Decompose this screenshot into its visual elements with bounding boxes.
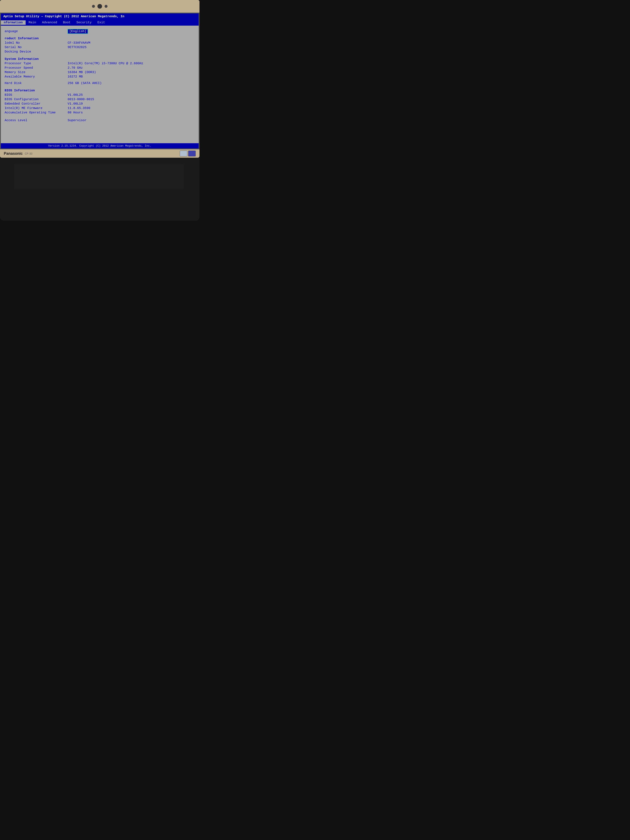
access-level-row: Access Level Supervisor: [5, 118, 195, 123]
processor-speed-value: 2.70 GHz: [68, 66, 83, 70]
processor-type-row: Processor Type Intel(R) Core(TM) i5-7300…: [5, 61, 195, 66]
model-no-value: CF-33AFVAAVM: [68, 41, 90, 45]
language-value[interactable]: [English]: [68, 29, 88, 34]
camera-dot-right: [104, 5, 107, 8]
docking-device-row: Docking Device: [5, 50, 195, 54]
sticker-1: [180, 151, 187, 156]
bios-version-value: V1.00L25: [68, 93, 83, 97]
me-firmware-label: Intel(R) ME Firmware: [5, 106, 68, 110]
language-row: anguage [English]: [5, 28, 195, 34]
processor-type-label: Processor Type: [5, 62, 68, 65]
language-label: anguage: [5, 30, 68, 33]
embedded-controller-row: Embedded Controller V1.00L19: [5, 102, 195, 106]
camera-dot-center: [98, 4, 102, 9]
nav-item-security[interactable]: Security: [74, 21, 95, 25]
bios-config-label: BIOS Configuration: [5, 98, 68, 101]
laptop-model-label: CF-33: [25, 152, 32, 155]
nav-item-information[interactable]: nformation: [1, 21, 25, 25]
bios-version-row: BIOS V1.00L25: [5, 93, 195, 97]
me-firmware-value: 11.8.65.3590: [68, 106, 90, 110]
bios-footer: Version 2.15.1234. Copyright (C) 2012 Am…: [1, 143, 199, 148]
memory-size-row: Memory Size 16384 MB (DDR3): [5, 70, 195, 74]
serial-no-label: Serial No: [5, 46, 68, 49]
camera-dot-left: [92, 5, 95, 8]
bios-config-row: BIOS Configuration 0013-0000-0015: [5, 97, 195, 102]
product-section-header: roduct Information: [5, 37, 195, 40]
embedded-controller-label: Embedded Controller: [5, 102, 68, 106]
bios-config-value: 0013-0000-0015: [68, 98, 94, 101]
memory-size-value: 16384 MB (DDR3): [68, 71, 96, 74]
access-level-value: Supervisor: [68, 118, 87, 122]
docking-device-label: Docking Device: [5, 50, 68, 54]
available-memory-row: Available Memory 16272 MB: [5, 74, 195, 79]
hard-disk-value: 256 GB (SATA AHCI): [68, 82, 102, 85]
processor-speed-row: Processor Speed 2.70 GHz: [5, 66, 195, 70]
operating-time-value: 80 Hours: [68, 111, 83, 114]
nav-item-exit[interactable]: Exit: [95, 21, 108, 25]
nav-item-main[interactable]: Main: [25, 21, 39, 25]
operating-time-row: Accumulative Operating Time 80 Hours: [5, 111, 195, 115]
hard-disk-row: Hard Disk 256 GB (SATA AHCI): [5, 81, 195, 85]
embedded-controller-value: V1.00L19: [68, 102, 83, 106]
laptop-bottom-bezel: Panasonic CF-33: [0, 149, 199, 158]
bios-screen: Aptio Setup Utility – Copyright (C) 2012…: [0, 13, 199, 149]
processor-type-value: Intel(R) Core(TM) i5-7300U CPU @ 2.60GHz: [68, 62, 143, 65]
bios-nav: nformation Main Advanced Boot Security E…: [1, 19, 199, 25]
bios-section-header: BIOS Information: [5, 89, 195, 92]
panasonic-brand: Panasonic: [4, 152, 23, 156]
nav-item-advanced[interactable]: Advanced: [39, 21, 60, 25]
sticker-box: [180, 151, 196, 156]
access-level-label: Access Level: [5, 118, 68, 122]
laptop-body: [0, 158, 199, 221]
model-no-row: lodel No CF-33AFVAAVM: [5, 41, 195, 45]
bios-header: Aptio Setup Utility – Copyright (C) 2012…: [1, 13, 199, 19]
memory-size-label: Memory Size: [5, 71, 68, 74]
operating-time-label: Accumulative Operating Time: [5, 111, 68, 114]
serial-no-row: Serial No 9ETTC82825: [5, 45, 195, 50]
available-memory-value: 16272 MB: [68, 75, 83, 79]
me-firmware-row: Intel(R) ME Firmware 11.8.65.3590: [5, 106, 195, 111]
system-section-header: System Information: [5, 57, 195, 61]
serial-no-value: 9ETTC82825: [68, 46, 87, 49]
laptop-top-bezel: [0, 0, 199, 13]
nav-item-boot[interactable]: Boot: [60, 21, 74, 25]
model-no-label: lodel No: [5, 41, 68, 45]
sticker-2: [188, 151, 196, 156]
available-memory-label: Available Memory: [5, 75, 68, 79]
keyboard-area: [14, 164, 184, 189]
bios-version-label: BIOS: [5, 93, 68, 97]
processor-speed-label: Processor Speed: [5, 66, 68, 70]
hard-disk-label: Hard Disk: [5, 82, 68, 85]
bios-body: anguage [English] roduct Information lod…: [1, 25, 199, 143]
